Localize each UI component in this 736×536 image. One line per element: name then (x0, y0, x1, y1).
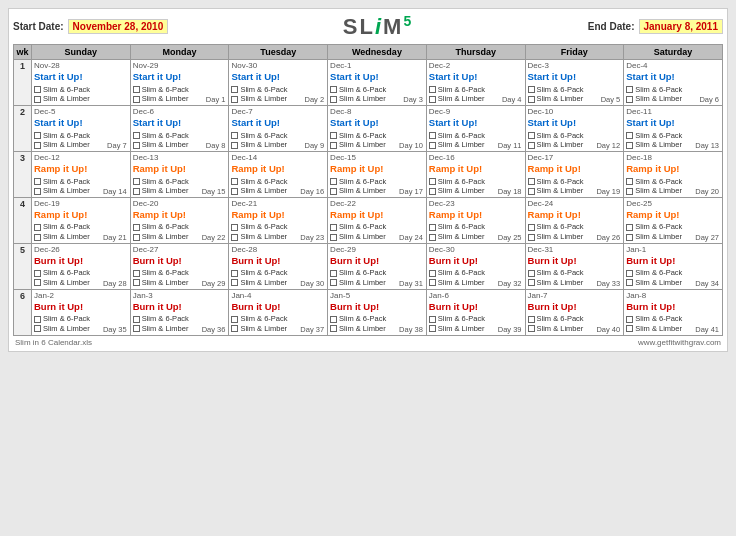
checkbox[interactable] (429, 96, 436, 103)
checkbox[interactable] (626, 178, 633, 185)
checkbox[interactable] (133, 270, 140, 277)
checkbox[interactable] (429, 178, 436, 185)
checkbox[interactable] (231, 325, 238, 332)
checkbox-item[interactable]: Slim & 6-Pack (528, 177, 622, 187)
checkbox[interactable] (626, 279, 633, 286)
checkbox[interactable] (34, 224, 41, 231)
checkbox-item[interactable]: Slim & 6-Pack (528, 85, 622, 95)
checkbox-item[interactable]: Slim & 6-Pack (626, 131, 720, 141)
checkbox[interactable] (528, 188, 535, 195)
checkbox[interactable] (528, 234, 535, 241)
checkbox[interactable] (133, 234, 140, 241)
checkbox[interactable] (330, 234, 337, 241)
checkbox[interactable] (626, 316, 633, 323)
checkbox[interactable] (34, 188, 41, 195)
checkbox-item[interactable]: Slim & 6-Pack (429, 177, 523, 187)
checkbox-item[interactable]: Slim & 6-Pack (133, 314, 227, 324)
checkbox-item[interactable]: Slim & 6-Pack (528, 314, 622, 324)
checkbox-item[interactable]: Slim & 6-Pack (429, 131, 523, 141)
checkbox[interactable] (528, 96, 535, 103)
checkbox[interactable] (34, 325, 41, 332)
checkbox[interactable] (330, 224, 337, 231)
checkbox[interactable] (528, 86, 535, 93)
checkbox[interactable] (133, 132, 140, 139)
checkbox[interactable] (330, 132, 337, 139)
checkbox[interactable] (429, 325, 436, 332)
checkbox[interactable] (34, 132, 41, 139)
checkbox-item[interactable]: Slim & 6-Pack (626, 177, 720, 187)
checkbox-item[interactable]: Slim & 6-Pack (528, 268, 622, 278)
checkbox[interactable] (626, 132, 633, 139)
checkbox[interactable] (626, 142, 633, 149)
checkbox[interactable] (528, 142, 535, 149)
checkbox[interactable] (429, 86, 436, 93)
checkbox[interactable] (231, 224, 238, 231)
checkbox[interactable] (429, 142, 436, 149)
checkbox[interactable] (133, 279, 140, 286)
checkbox-item[interactable]: Slim & 6-Pack (133, 131, 227, 141)
checkbox-item[interactable]: Slim & 6-Pack (429, 222, 523, 232)
checkbox[interactable] (231, 96, 238, 103)
checkbox[interactable] (231, 234, 238, 241)
checkbox-item[interactable]: Slim & 6-Pack (133, 177, 227, 187)
checkbox[interactable] (133, 86, 140, 93)
checkbox[interactable] (330, 96, 337, 103)
checkbox[interactable] (429, 234, 436, 241)
checkbox-item[interactable]: Slim & 6-Pack (429, 85, 523, 95)
checkbox[interactable] (528, 325, 535, 332)
checkbox[interactable] (429, 224, 436, 231)
checkbox-item[interactable]: Slim & 6-Pack (231, 177, 325, 187)
checkbox-item[interactable]: Slim & 6-Pack (528, 222, 622, 232)
checkbox-item[interactable]: Slim & 6-Pack (626, 85, 720, 95)
checkbox-item[interactable]: Slim & 6-Pack (626, 314, 720, 324)
checkbox[interactable] (34, 279, 41, 286)
checkbox[interactable] (133, 178, 140, 185)
checkbox[interactable] (231, 178, 238, 185)
checkbox[interactable] (34, 142, 41, 149)
checkbox[interactable] (528, 270, 535, 277)
checkbox[interactable] (231, 132, 238, 139)
checkbox[interactable] (626, 270, 633, 277)
checkbox-item[interactable]: Slim & 6-Pack (429, 268, 523, 278)
checkbox[interactable] (231, 86, 238, 93)
checkbox-item[interactable]: Slim & 6-Pack (330, 222, 424, 232)
checkbox-item[interactable]: Slim & 6-Pack (330, 131, 424, 141)
checkbox[interactable] (528, 316, 535, 323)
checkbox[interactable] (429, 132, 436, 139)
checkbox[interactable] (626, 325, 633, 332)
checkbox[interactable] (34, 178, 41, 185)
checkbox-item[interactable]: Slim & 6-Pack (231, 85, 325, 95)
checkbox-item[interactable]: Slim & 6-Pack (34, 177, 128, 187)
checkbox[interactable] (330, 142, 337, 149)
checkbox[interactable] (330, 178, 337, 185)
checkbox[interactable] (133, 96, 140, 103)
checkbox[interactable] (330, 325, 337, 332)
checkbox[interactable] (231, 188, 238, 195)
checkbox-item[interactable]: Slim & 6-Pack (626, 268, 720, 278)
checkbox[interactable] (34, 234, 41, 241)
checkbox[interactable] (231, 142, 238, 149)
checkbox-item[interactable]: Slim & 6-Pack (626, 222, 720, 232)
checkbox[interactable] (626, 188, 633, 195)
checkbox-item[interactable]: Slim & 6-Pack (330, 177, 424, 187)
checkbox-item[interactable]: Slim & 6-Pack (34, 85, 128, 95)
checkbox[interactable] (330, 316, 337, 323)
checkbox-item[interactable]: Slim & 6-Pack (34, 131, 128, 141)
checkbox[interactable] (34, 86, 41, 93)
checkbox-item[interactable]: Slim & 6-Pack (34, 314, 128, 324)
checkbox-item[interactable]: Slim & Limber (34, 94, 128, 104)
checkbox[interactable] (34, 316, 41, 323)
checkbox[interactable] (133, 325, 140, 332)
checkbox-item[interactable]: Slim & 6-Pack (133, 85, 227, 95)
checkbox[interactable] (528, 279, 535, 286)
checkbox-item[interactable]: Slim & 6-Pack (231, 314, 325, 324)
checkbox[interactable] (626, 96, 633, 103)
checkbox-item[interactable]: Slim & 6-Pack (34, 268, 128, 278)
checkbox[interactable] (330, 279, 337, 286)
checkbox[interactable] (133, 142, 140, 149)
checkbox[interactable] (34, 270, 41, 277)
checkbox[interactable] (34, 96, 41, 103)
checkbox[interactable] (626, 234, 633, 241)
checkbox-item[interactable]: Slim & 6-Pack (330, 314, 424, 324)
checkbox[interactable] (429, 270, 436, 277)
